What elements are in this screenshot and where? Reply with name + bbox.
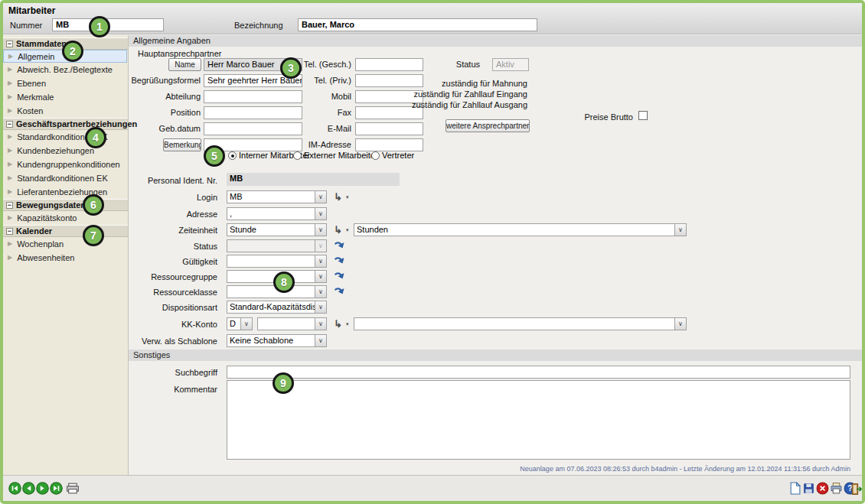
weitere-ansprechpartner-button[interactable]: weitere Ansprechpartner <box>446 119 530 132</box>
gebdatum-label: Geb.datum <box>118 124 201 133</box>
sidebar-item-kundenbeziehungen[interactable]: ▶ Kundenbeziehungen <box>3 144 128 158</box>
lookup-arrow-icon[interactable] <box>334 272 345 281</box>
goto-record-icon[interactable]: ↳ <box>334 225 342 235</box>
sidebar-item-kosten[interactable]: ▶ Kosten <box>3 104 128 118</box>
status-field: Aktiv <box>492 58 529 71</box>
goto-options-icon[interactable]: ▾ <box>346 321 349 327</box>
dispositionsart-combo[interactable]: Standard-Kapazitätsdis...∨ <box>227 301 327 314</box>
lookup-arrow-icon[interactable] <box>334 287 345 296</box>
chevron-down-icon[interactable]: ∨ <box>674 318 686 330</box>
arrow-right-icon: ▶ <box>8 108 12 114</box>
collapse-icon[interactable]: − <box>6 228 13 235</box>
save-button[interactable] <box>802 482 815 495</box>
goto-options-icon[interactable]: ▾ <box>346 194 349 200</box>
adresse-combo[interactable]: , ∨ <box>227 207 327 220</box>
mitarbeiter-form: Mitarbeiter Nummer MB Bezeichnung Bauer,… <box>3 3 862 501</box>
bezeichnung-input[interactable]: Bauer, Marco <box>298 18 537 31</box>
last-record-button[interactable] <box>50 482 63 495</box>
arrow-right-icon: ▶ <box>8 175 12 181</box>
radio-vertreter[interactable]: Vertreter <box>371 148 414 161</box>
chevron-down-icon[interactable]: ∨ <box>674 224 686 236</box>
kommentar-textarea[interactable] <box>227 380 850 460</box>
sidebar-item-kundengruppenkonditionen[interactable]: ▶ Kundengruppenkonditionen <box>3 158 128 171</box>
chevron-down-icon[interactable]: ∨ <box>315 224 326 236</box>
email-label: E-Mail <box>267 124 351 133</box>
section-sonstiges: Sonstiges <box>129 350 862 361</box>
status-select-label: Status <box>95 242 217 251</box>
sidebar-item-merkmale[interactable]: ▶ Merkmale <box>3 90 128 104</box>
chevron-down-icon[interactable]: ∨ <box>315 255 326 267</box>
login-combo[interactable]: MB∨ <box>227 190 327 203</box>
sidebar-item-standardkonditionen-vk[interactable]: ▶ Standardkonditionen VK <box>3 130 128 144</box>
mobil-label: Mobil <box>267 92 351 101</box>
print-button[interactable] <box>830 482 843 495</box>
arrow-right-icon: ▶ <box>8 80 12 86</box>
chevron-down-icon[interactable]: ∨ <box>315 191 326 203</box>
arrow-right-icon: ▶ <box>8 241 12 247</box>
collapse-icon[interactable]: − <box>6 41 13 47</box>
personal-ident-label: Personal Ident. Nr. <box>95 176 217 185</box>
gueltigkeit-combo[interactable]: ∨ <box>227 255 327 268</box>
chevron-down-icon[interactable]: ∨ <box>240 318 252 330</box>
radio-externer-mitarbeiter[interactable]: Externer Mitarbeiter <box>293 148 378 161</box>
arrow-right-icon: ▶ <box>8 215 12 221</box>
goto-options-icon[interactable]: ▾ <box>346 227 349 233</box>
annotation-5: 5 <box>204 145 225 167</box>
next-record-button[interactable] <box>36 482 49 495</box>
goto-record-icon[interactable]: ↳ <box>334 192 342 202</box>
chevron-down-icon[interactable]: ∨ <box>315 318 326 330</box>
collapse-icon[interactable]: − <box>6 121 13 128</box>
collapse-icon[interactable]: − <box>6 202 13 209</box>
delete-button[interactable] <box>816 482 829 495</box>
kk-konto-label: KK-Konto <box>95 320 217 329</box>
email-input[interactable] <box>355 122 423 135</box>
lookup-arrow-icon[interactable] <box>334 256 345 265</box>
app-window: Mitarbeiter Nummer MB Bezeichnung Bauer,… <box>0 0 865 504</box>
chevron-down-icon: ∨ <box>315 240 326 252</box>
status-label: Status <box>436 60 480 69</box>
schablone-combo[interactable]: Keine Schablone∨ <box>227 334 327 347</box>
lookup-arrow-icon[interactable] <box>334 241 345 250</box>
sidebar-nav: − Stammdaten ▶ Allgemein ▶ Abweich. Bez.… <box>3 35 129 475</box>
name-button[interactable]: Name <box>168 58 201 71</box>
zeiteinheit-label: Zeiteinheit <box>95 226 217 235</box>
preise-brutto-checkbox[interactable] <box>638 111 648 120</box>
goto-record-icon[interactable]: ↳ <box>334 319 342 329</box>
zustaendig-zahllauf-ausgang-label: zuständig für Zahllauf Ausgang <box>386 100 527 109</box>
bemerkung-button[interactable]: Bemerkung <box>163 138 201 151</box>
kk-konto-combo[interactable]: ∨ <box>257 317 327 330</box>
record-status-line: Neuanlage am 07.06.2023 08:26:53 durch b… <box>233 465 850 473</box>
new-record-button[interactable] <box>788 482 801 495</box>
ressourcegruppe-label: Ressourcegruppe <box>95 272 217 281</box>
arrow-right-icon: ▶ <box>8 148 12 154</box>
kk-konto-name-combo[interactable]: ∨ <box>354 317 687 330</box>
chevron-down-icon[interactable]: ∨ <box>315 301 326 313</box>
sidebar-item-abweich-bez[interactable]: ▶ Abweich. Bez./Belegtexte <box>3 63 128 76</box>
chevron-down-icon[interactable]: ∨ <box>315 286 326 298</box>
kommentar-label: Kommentar <box>95 385 217 394</box>
chevron-down-icon[interactable]: ∨ <box>315 271 326 282</box>
arrow-right-icon: ▶ <box>8 255 12 261</box>
sidebar-item-ebenen[interactable]: ▶ Ebenen <box>3 76 128 90</box>
zeiteinheit-name-combo[interactable]: Stunden∨ <box>354 223 687 236</box>
page-title: Mitarbeiter <box>8 5 55 16</box>
dispositionsart-label: Dispositionsart <box>95 303 217 312</box>
kk-konto-typ-combo[interactable]: D∨ <box>227 317 253 330</box>
nummer-label: Nummer <box>10 21 42 30</box>
annotation-6: 6 <box>83 194 104 216</box>
suchbegriff-input[interactable] <box>227 366 850 379</box>
sidebar-group-geschaeftspartner[interactable]: − Geschäftspartnerbeziehungen <box>3 118 128 130</box>
first-record-button[interactable] <box>8 482 21 495</box>
chevron-down-icon[interactable]: ∨ <box>315 208 326 219</box>
exit-button[interactable] <box>850 483 862 496</box>
zeiteinheit-combo[interactable]: Stunde∨ <box>227 223 327 236</box>
login-label: Login <box>95 193 217 202</box>
zustaendig-mahnung-label: zuständig für Mahnung <box>386 79 527 88</box>
chevron-down-icon[interactable]: ∨ <box>315 335 326 346</box>
radio-icon <box>228 151 237 160</box>
print-list-icon[interactable] <box>66 482 80 495</box>
previous-record-button[interactable] <box>22 482 35 495</box>
tel-gesch-input[interactable] <box>355 58 423 71</box>
arrow-right-icon: ▶ <box>8 161 12 167</box>
gueltigkeit-label: Gültigkeit <box>95 257 217 266</box>
